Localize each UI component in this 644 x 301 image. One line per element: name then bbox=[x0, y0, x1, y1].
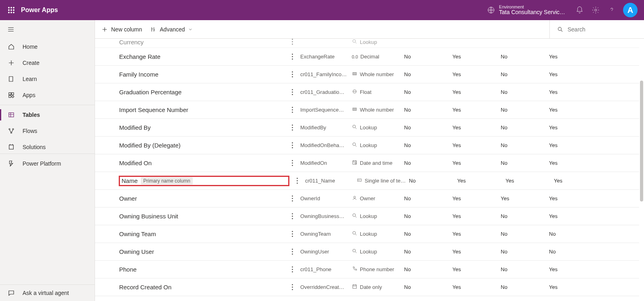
sidebar-item-flows[interactable]: Flows bbox=[0, 123, 95, 139]
ask-virtual-agent[interactable]: Ask a virtual agent bbox=[0, 285, 95, 301]
table-row[interactable]: Modified On ModifiedOn Date and time No … bbox=[95, 154, 639, 172]
row-more-button[interactable] bbox=[292, 39, 293, 45]
environment-picker[interactable]: Environment Tata Consultancy Servic… bbox=[487, 4, 565, 15]
column-schema-name: ModifiedOnBeha… bbox=[300, 142, 352, 148]
help-button[interactable] bbox=[604, 0, 620, 20]
datetime-icon bbox=[352, 160, 357, 166]
phone-icon bbox=[352, 266, 357, 273]
settings-button[interactable] bbox=[588, 0, 604, 20]
lookup-icon bbox=[352, 230, 357, 237]
column-schema-name: OwningBusiness… bbox=[300, 213, 352, 219]
sidebar-item-apps[interactable]: Apps bbox=[0, 87, 95, 103]
col-flag-3: No bbox=[501, 266, 549, 272]
col-flag-3: No bbox=[501, 107, 549, 113]
table-row[interactable]: Owner OwnerId Owner No Yes Yes Yes bbox=[95, 190, 639, 208]
table-row[interactable]: Graduation Percentage cr011_Graduatio… F… bbox=[95, 83, 639, 101]
col-flag-4: Yes bbox=[549, 160, 581, 166]
row-more-button[interactable] bbox=[292, 71, 293, 77]
table-row[interactable]: Currency Lookup bbox=[95, 39, 639, 48]
column-display-name: Currency bbox=[119, 39, 284, 46]
sidebar-item-learn[interactable]: Learn bbox=[0, 71, 95, 87]
svg-point-28 bbox=[558, 27, 561, 30]
row-more-button[interactable] bbox=[292, 160, 293, 166]
column-schema-name: ModifiedOn bbox=[300, 160, 352, 166]
row-more-button[interactable] bbox=[292, 266, 293, 272]
sidebar-item-label: Solutions bbox=[23, 144, 46, 150]
advanced-button[interactable]: Advanced bbox=[150, 26, 193, 33]
search-input[interactable] bbox=[567, 26, 629, 33]
flow-icon bbox=[7, 127, 15, 135]
column-display-name: Record Created On bbox=[119, 284, 284, 291]
row-more-button[interactable] bbox=[292, 249, 293, 255]
column-display-name: Exchange Rate bbox=[119, 53, 284, 60]
col-flag-1: No bbox=[404, 125, 452, 131]
table-row[interactable]: Record Created On OverriddenCreat… Date … bbox=[95, 278, 639, 296]
sidebar-item-tables[interactable]: Tables bbox=[0, 107, 95, 123]
row-more-button[interactable] bbox=[292, 284, 293, 290]
table-row[interactable]: Name Primary name column cr011_Name Sing… bbox=[95, 172, 639, 190]
row-more-button[interactable] bbox=[292, 125, 293, 131]
col-flag-3: No bbox=[501, 142, 549, 148]
row-more-button[interactable] bbox=[297, 178, 298, 184]
col-flag-4: Yes bbox=[549, 213, 581, 219]
new-column-button[interactable]: New column bbox=[101, 26, 142, 33]
lookup-icon bbox=[352, 39, 357, 46]
lookup-icon bbox=[352, 213, 357, 220]
table-row[interactable]: Owning Business Unit OwningBusiness… Loo… bbox=[95, 208, 639, 225]
column-schema-name: OwningTeam bbox=[300, 231, 352, 237]
col-flag-4: Yes bbox=[549, 284, 581, 290]
row-more-button[interactable] bbox=[292, 54, 293, 60]
table-row[interactable]: Phone cr011_Phone Phone number No Yes No… bbox=[95, 261, 639, 278]
table-row[interactable]: Import Sequence Number ImportSequence… W… bbox=[95, 101, 639, 119]
sidebar-item-home[interactable]: Home bbox=[0, 39, 95, 55]
col-flag-2: Yes bbox=[452, 195, 501, 201]
sidebar-item-solutions[interactable]: Solutions bbox=[0, 139, 95, 152]
col-flag-1: No bbox=[404, 54, 452, 60]
column-type: Lookup bbox=[352, 142, 404, 149]
col-flag-2: Yes bbox=[452, 107, 501, 113]
column-schema-name: cr011_Phone bbox=[300, 266, 352, 272]
environment-label: Environment bbox=[499, 4, 565, 9]
column-display-name: Owning Team bbox=[119, 230, 284, 237]
app-title[interactable]: Power Apps bbox=[21, 6, 58, 14]
scrollbar[interactable] bbox=[640, 81, 643, 201]
waffle-icon[interactable] bbox=[5, 4, 18, 17]
row-more-button[interactable] bbox=[292, 213, 293, 219]
row-more-button[interactable] bbox=[292, 195, 293, 201]
sidebar-item-label: Create bbox=[23, 60, 39, 66]
table-icon bbox=[7, 111, 15, 119]
col-flag-1: No bbox=[404, 71, 452, 77]
lookup-icon bbox=[352, 124, 357, 131]
top-bar: Power Apps Environment Tata Consultancy … bbox=[0, 0, 644, 20]
svg-point-6 bbox=[8, 12, 10, 13]
sidebar-item-power-platform[interactable]: Power Platform bbox=[0, 156, 95, 172]
new-column-label: New column bbox=[111, 26, 142, 33]
column-type: Lookup bbox=[352, 213, 404, 220]
sidebar-item-label: Learn bbox=[23, 76, 37, 82]
row-more-button[interactable] bbox=[292, 107, 293, 113]
table-row[interactable]: Modified By ModifiedBy Lookup No Yes No … bbox=[95, 119, 639, 137]
table-row[interactable]: Owning Team OwningTeam Lookup No Yes No … bbox=[95, 225, 639, 243]
col-flag-3: No bbox=[501, 213, 549, 219]
row-more-button[interactable] bbox=[292, 231, 293, 237]
row-more-button[interactable] bbox=[292, 89, 293, 95]
notifications-button[interactable] bbox=[572, 0, 588, 20]
column-display-name: Family Income bbox=[119, 71, 284, 78]
columns-table[interactable]: Currency Lookup Exchange Rate ExchangeRa… bbox=[95, 39, 644, 301]
column-schema-name: cr011_FamilyInco… bbox=[300, 71, 352, 77]
svg-rect-11 bbox=[9, 93, 11, 95]
table-row[interactable]: Owning User OwningUser Lookup No Yes No … bbox=[95, 243, 639, 261]
sidebar-item-label: Home bbox=[23, 44, 37, 50]
user-avatar[interactable]: A bbox=[623, 3, 638, 17]
table-row[interactable]: Exchange Rate ExchangeRate 0.0 Decimal N… bbox=[95, 48, 639, 66]
environment-name: Tata Consultancy Servic… bbox=[499, 9, 565, 15]
search-box[interactable] bbox=[549, 20, 638, 38]
hamburger-button[interactable] bbox=[0, 20, 95, 39]
column-display-name: Modified By (Delegate) bbox=[119, 142, 284, 149]
row-more-button[interactable] bbox=[292, 142, 293, 148]
col-flag-4: Yes bbox=[549, 107, 581, 113]
sidebar-item-create[interactable]: Create bbox=[0, 55, 95, 71]
table-row[interactable]: Modified By (Delegate) ModifiedOnBeha… L… bbox=[95, 137, 639, 154]
table-row[interactable]: Family Income cr011_FamilyInco… Whole nu… bbox=[95, 66, 639, 83]
column-schema-name: cr011_Graduatio… bbox=[300, 89, 352, 95]
